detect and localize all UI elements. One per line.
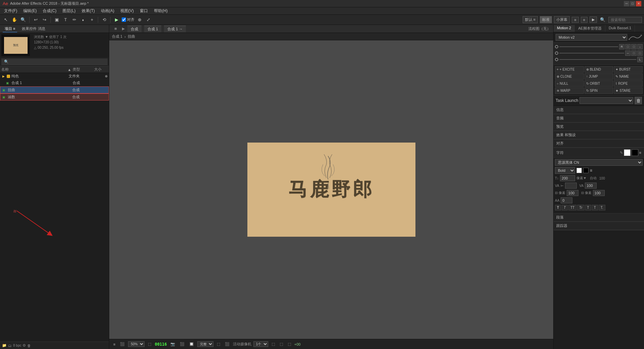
zoom-tool[interactable]: 🔍 xyxy=(19,16,27,24)
orbit-button[interactable]: ↻ ORBIT xyxy=(585,80,613,87)
comp-options[interactable]: ≡ xyxy=(112,25,119,33)
text-tool[interactable]: T xyxy=(62,16,69,24)
curve-btn-a[interactable]: ─ xyxy=(625,50,631,56)
workspace-menu1[interactable]: ≡ xyxy=(572,17,578,23)
menu-view[interactable]: 视图(V) xyxy=(118,7,136,14)
list-item[interactable]: ▣ 涵数 合成 xyxy=(0,93,109,101)
workspace-default[interactable]: 默认 ≡ xyxy=(523,16,538,23)
stroke-swatch2[interactable] xyxy=(583,168,589,173)
vert-scale-input[interactable] xyxy=(567,190,578,196)
expand-btn[interactable]: ⤢ xyxy=(145,16,152,24)
workspace-standard[interactable]: 标准 xyxy=(540,16,552,23)
tab-duik[interactable]: Duik Bassel.1 xyxy=(605,25,635,32)
delete-button[interactable]: 🗑 xyxy=(27,344,31,348)
warp-button[interactable]: ≋ WARP xyxy=(555,87,584,94)
list-item[interactable]: ▶ 纯色 文件夹 ⊕ xyxy=(0,73,109,80)
curve-btn-c[interactable]: □ xyxy=(637,50,643,56)
3d-toggle-btn[interactable]: ⬛ xyxy=(224,341,231,347)
tab-effects-controls[interactable]: 效果控件 消息 xyxy=(20,26,47,32)
menu-edit[interactable]: 编辑(E) xyxy=(21,7,39,14)
spin-button[interactable]: ↻ SPIN xyxy=(585,87,613,94)
tab-comp1[interactable]: 合成 1 xyxy=(144,26,161,32)
stroke-color-swatch[interactable] xyxy=(632,149,638,156)
workspace-expand[interactable]: ▶ xyxy=(590,16,597,23)
fit-to-window-btn[interactable]: ⬚ xyxy=(147,341,153,347)
new-folder-button[interactable]: 🗂 xyxy=(8,344,12,348)
baseline-input[interactable] xyxy=(561,197,572,203)
format-tt[interactable]: TT xyxy=(568,205,576,210)
hand-tool[interactable]: ✋ xyxy=(11,16,18,24)
menu-window[interactable]: 窗口 xyxy=(137,7,151,14)
viewer-options-btn[interactable]: ≡ xyxy=(112,342,117,347)
rope-button[interactable]: ⌇ ROPE xyxy=(614,80,643,87)
puppet-tool[interactable]: ⌖ xyxy=(88,16,95,24)
brush-tool[interactable]: ✏ xyxy=(71,16,78,24)
curve-btn-b[interactable]: □ xyxy=(631,50,637,56)
curve-btn-l[interactable]: L xyxy=(637,57,643,62)
horiz-scale-input[interactable] xyxy=(593,190,605,196)
color-settings-button[interactable]: ⚙ xyxy=(23,343,26,348)
rotation-tool[interactable]: ⟲ xyxy=(100,16,108,24)
viewer-more-btn[interactable]: ⬚ xyxy=(270,341,276,347)
pen-tool[interactable]: ▣ xyxy=(53,16,61,24)
menu-animate[interactable]: 动画(A) xyxy=(98,7,117,14)
jump-button[interactable]: ↑ JUMP xyxy=(585,73,613,80)
tab-comp[interactable]: 合成 xyxy=(127,26,142,32)
curve-down-btn[interactable]: ↓ xyxy=(637,44,643,49)
curve-start-handle3[interactable] xyxy=(555,58,558,61)
format-t1[interactable]: T xyxy=(555,205,561,210)
workspace-menu2[interactable]: ≡ xyxy=(581,17,588,23)
curve-ease-out-btn[interactable]: □ xyxy=(625,44,631,49)
fill-color-swatch[interactable] xyxy=(624,149,631,156)
task-launch-select[interactable] xyxy=(579,97,633,104)
list-item[interactable]: ▣ 扭曲 合成 xyxy=(0,86,109,93)
viewer-options3-btn[interactable]: ⬚ xyxy=(286,341,292,347)
curve-ease-btn[interactable]: R xyxy=(619,44,625,49)
kern-input[interactable] xyxy=(585,183,597,189)
clone-button[interactable]: ⊕ CLONE xyxy=(555,73,584,80)
menu-file[interactable]: 文件(F) xyxy=(1,7,20,14)
project-search-input[interactable] xyxy=(1,59,108,65)
font-style-select[interactable]: Bold xyxy=(555,167,575,174)
font-size-input[interactable] xyxy=(560,175,575,181)
undo-btn[interactable]: ↩ xyxy=(32,16,39,24)
stare-button[interactable]: ★ STARE xyxy=(614,87,643,94)
curve-start-handle2[interactable] xyxy=(555,51,558,55)
motion-version-select[interactable]: Motion v2 xyxy=(556,34,627,41)
viewer-canvas-area[interactable]: 马鹿野郎 xyxy=(109,40,553,339)
paint-tool[interactable]: ⬧ xyxy=(79,16,87,24)
views-select[interactable]: 1个 xyxy=(253,341,268,347)
curve-start-handle[interactable] xyxy=(555,45,558,48)
null-button[interactable]: ○ NULL xyxy=(555,80,584,87)
snapshot-btn[interactable]: 📷 xyxy=(169,341,176,347)
name-button[interactable]: ✎ NAME xyxy=(614,73,643,80)
zoom-select[interactable]: 50% xyxy=(128,341,145,347)
font-name-select[interactable]: 思源黑体 CN xyxy=(555,159,643,166)
workspace-small[interactable]: 小屏幕 xyxy=(554,16,570,23)
quality-select[interactable]: 完整 xyxy=(197,341,213,347)
new-comp-button[interactable]: 📁 xyxy=(2,343,7,348)
menu-compose[interactable]: 合成(C) xyxy=(40,7,59,14)
align-check[interactable] xyxy=(122,17,126,22)
tab-motion2[interactable]: Motion 2 xyxy=(554,25,575,32)
menu-layer[interactable]: 图层(L) xyxy=(60,7,78,14)
help-search-input[interactable] xyxy=(608,17,642,23)
minimize-button[interactable]: ─ xyxy=(624,1,629,6)
menu-effects[interactable]: 效果(T) xyxy=(79,7,97,14)
play-btn[interactable]: ▶ xyxy=(113,16,120,24)
format-tr[interactable]: Tr xyxy=(577,205,584,210)
char-edit-btn[interactable]: ✎ xyxy=(620,151,623,155)
format-t-dot[interactable]: T. xyxy=(599,205,605,210)
tab-comp-arrow[interactable]: 合成 1 → xyxy=(164,26,186,32)
tab-project[interactable]: 项目 ≡ xyxy=(3,26,17,32)
show-snapshot-btn[interactable]: ⬛ xyxy=(178,341,186,347)
viewer-screen-btn[interactable]: ⬛ xyxy=(119,341,126,347)
fill-swatch2[interactable] xyxy=(576,168,582,173)
blend-button[interactable]: ⊕ BLEND xyxy=(585,66,613,73)
excite-button[interactable]: + + EXCITE xyxy=(555,66,584,73)
close-button[interactable]: ✕ xyxy=(636,1,641,6)
burst-button[interactable]: ✦ BURST xyxy=(614,66,643,73)
format-t-small[interactable]: T xyxy=(585,205,591,210)
restore-button[interactable]: □ xyxy=(630,1,635,6)
task-delete-btn[interactable]: 🗑 xyxy=(635,97,642,104)
